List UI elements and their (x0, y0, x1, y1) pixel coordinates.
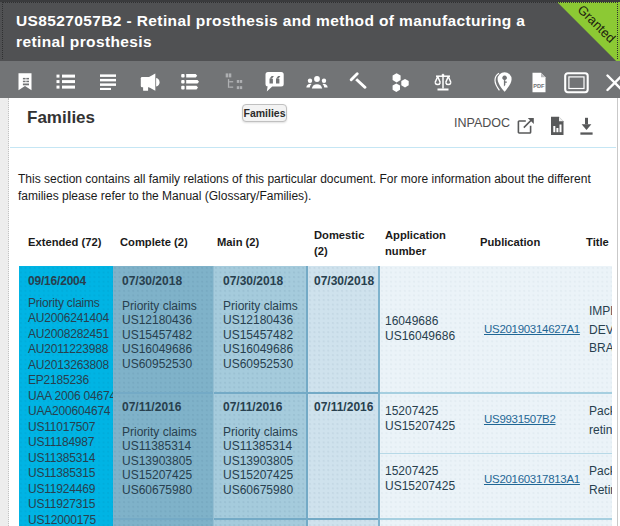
svg-text:PDF: PDF (533, 82, 545, 88)
